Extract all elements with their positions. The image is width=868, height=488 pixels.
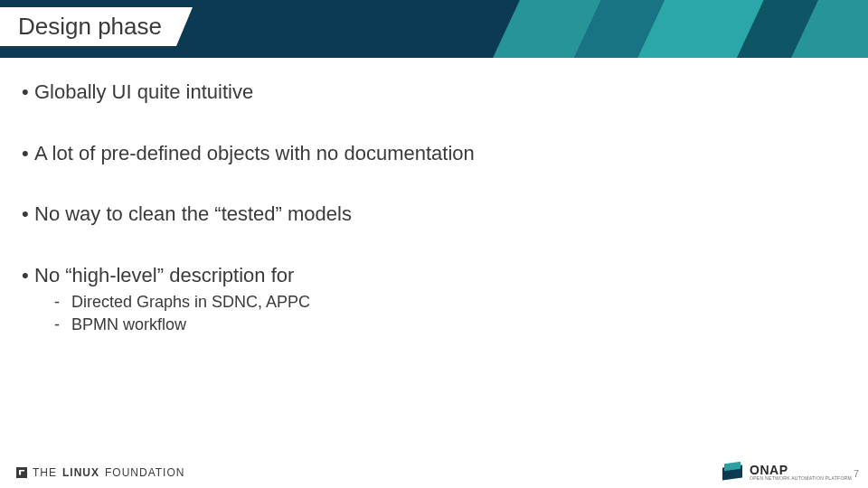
bullet-item: •Globally UI quite intuitive bbox=[22, 80, 846, 105]
bullet-item: •No way to clean the “tested” models bbox=[22, 202, 846, 227]
slide: Design phase •Globally UI quite intuitiv… bbox=[0, 0, 868, 488]
linux-foundation-icon bbox=[16, 467, 27, 478]
header-band: Design phase bbox=[0, 0, 868, 58]
logo-text: LINUX bbox=[62, 466, 99, 479]
header-title-wrap: Design phase bbox=[0, 7, 193, 46]
onap-logo-text: ONAP OPEN NETWORK AUTOMATION PLATFORM bbox=[750, 464, 852, 481]
bullet-text: A lot of pre-defined objects with no doc… bbox=[34, 142, 475, 164]
onap-tagline: OPEN NETWORK AUTOMATION PLATFORM bbox=[750, 476, 852, 481]
sub-bullet-item: - BPMN workflow bbox=[54, 314, 846, 336]
logo-text: THE bbox=[33, 466, 57, 479]
bullet-text: No way to clean the “tested” models bbox=[34, 202, 352, 225]
sub-bullet-list: - Directed Graphs in SDNC, APPC - BPMN w… bbox=[54, 291, 846, 336]
onap-logo: ONAP OPEN NETWORK AUTOMATION PLATFORM bbox=[722, 464, 852, 481]
page-number: 7 bbox=[854, 468, 859, 479]
onap-icon bbox=[722, 466, 742, 479]
bullet-item: •No “high-level” description for - Direc… bbox=[22, 263, 846, 337]
onap-name: ONAP bbox=[750, 464, 852, 476]
sub-bullet-text: Directed Graphs in SDNC, APPC bbox=[71, 293, 310, 311]
bullet-item: •A lot of pre-defined objects with no do… bbox=[22, 141, 846, 166]
footer: THE LINUX FOUNDATION ONAP OPEN NETWORK A… bbox=[0, 455, 868, 488]
bullet-text: Globally UI quite intuitive bbox=[34, 80, 253, 103]
sub-bullet-item: - Directed Graphs in SDNC, APPC bbox=[54, 291, 846, 314]
slide-title: Design phase bbox=[18, 13, 162, 41]
linux-foundation-logo: THE LINUX FOUNDATION bbox=[16, 466, 184, 479]
logo-text: FOUNDATION bbox=[105, 466, 184, 479]
sub-bullet-text: BPMN workflow bbox=[71, 315, 186, 333]
slide-content: •Globally UI quite intuitive •A lot of p… bbox=[0, 58, 868, 336]
bullet-text: No “high-level” description for bbox=[34, 264, 294, 286]
